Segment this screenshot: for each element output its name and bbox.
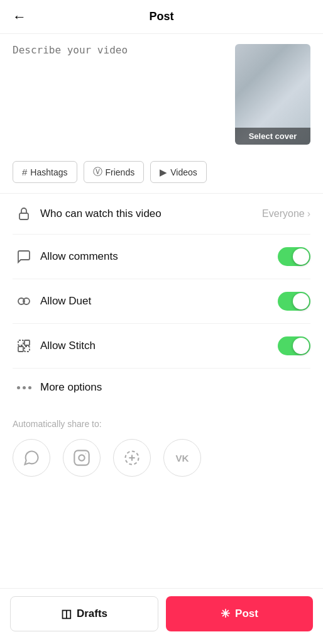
page-title: Post bbox=[149, 10, 173, 23]
cover-label: Select cover bbox=[235, 128, 310, 145]
more-options-icon bbox=[13, 386, 35, 389]
instagram-icon bbox=[73, 449, 90, 467]
chevron-icon: › bbox=[307, 208, 310, 219]
auto-share-section: Automatically share to: bbox=[0, 406, 323, 487]
post-button[interactable]: ✳ Post bbox=[166, 596, 313, 631]
vk-icon: VK bbox=[173, 449, 191, 467]
allow-stitch-item[interactable]: Allow Stitch bbox=[13, 324, 310, 369]
allow-stitch-toggle[interactable] bbox=[278, 336, 310, 355]
friends-label: Friends bbox=[106, 167, 135, 177]
more-options-item[interactable]: More options bbox=[13, 369, 310, 406]
svg-point-8 bbox=[79, 455, 84, 460]
hashtags-label: Hashtags bbox=[30, 167, 67, 177]
allow-comments-item[interactable]: Allow comments bbox=[13, 235, 310, 279]
header: ← Post bbox=[0, 0, 323, 34]
allow-comments-label: Allow comments bbox=[40, 250, 278, 263]
stitch-icon bbox=[13, 338, 35, 353]
more-options-label: More options bbox=[40, 381, 102, 394]
allow-comments-toggle[interactable] bbox=[278, 247, 310, 266]
lock-icon bbox=[13, 206, 35, 221]
toggle-knob-stitch bbox=[293, 338, 309, 354]
drafts-label: Drafts bbox=[77, 608, 107, 620]
who-can-watch-label: Who can watch this video bbox=[40, 208, 262, 220]
social-icons-row: VK bbox=[13, 439, 310, 477]
add-icon bbox=[123, 449, 141, 467]
allow-duet-label: Allow Duet bbox=[40, 295, 278, 308]
svg-rect-7 bbox=[74, 450, 89, 465]
tag-buttons-row: # Hashtags Ⓥ Friends ▶ Videos bbox=[0, 155, 323, 193]
svg-rect-0 bbox=[19, 213, 28, 219]
svg-rect-3 bbox=[18, 340, 23, 345]
comment-icon bbox=[13, 249, 35, 264]
duet-icon bbox=[13, 294, 35, 309]
svg-text:VK: VK bbox=[176, 453, 189, 464]
toggle-knob bbox=[293, 248, 309, 265]
instagram-button[interactable] bbox=[63, 439, 101, 477]
cover-container[interactable]: Select cover bbox=[235, 44, 310, 145]
drafts-button[interactable]: ◫ Drafts bbox=[10, 596, 158, 631]
post-label: Post bbox=[235, 608, 258, 620]
svg-point-9 bbox=[85, 453, 86, 454]
auto-share-label: Automatically share to: bbox=[13, 419, 310, 429]
settings-list: Who can watch this video Everyone › Allo… bbox=[0, 194, 323, 406]
allow-duet-toggle[interactable] bbox=[278, 292, 310, 311]
description-area: Select cover bbox=[0, 34, 323, 155]
who-can-watch-item[interactable]: Who can watch this video Everyone › bbox=[13, 194, 310, 235]
allow-stitch-label: Allow Stitch bbox=[40, 340, 278, 352]
videos-button[interactable]: ▶ Videos bbox=[150, 161, 207, 183]
back-button[interactable]: ← bbox=[13, 9, 26, 25]
hashtags-button[interactable]: # Hashtags bbox=[13, 161, 77, 183]
at-icon: Ⓥ bbox=[93, 166, 102, 178]
drafts-icon: ◫ bbox=[61, 607, 72, 621]
add-platform-button[interactable] bbox=[113, 439, 151, 477]
whatsapp-button[interactable] bbox=[13, 439, 50, 477]
whatsapp-icon bbox=[23, 449, 40, 467]
who-can-watch-value: Everyone › bbox=[262, 208, 310, 219]
hashtag-icon: # bbox=[22, 167, 27, 177]
post-icon: ✳ bbox=[221, 607, 230, 621]
svg-rect-4 bbox=[25, 340, 30, 345]
videos-label: Videos bbox=[170, 167, 197, 177]
svg-rect-5 bbox=[18, 347, 23, 352]
allow-duet-item[interactable]: Allow Duet bbox=[13, 279, 310, 324]
description-input[interactable] bbox=[13, 44, 225, 145]
toggle-knob-duet bbox=[293, 293, 309, 309]
play-icon: ▶ bbox=[160, 167, 167, 178]
vk-button[interactable]: VK bbox=[163, 439, 201, 477]
friends-button[interactable]: Ⓥ Friends bbox=[84, 161, 145, 183]
svg-rect-6 bbox=[25, 347, 30, 352]
bottom-bar: ◫ Drafts ✳ Post bbox=[0, 588, 323, 644]
